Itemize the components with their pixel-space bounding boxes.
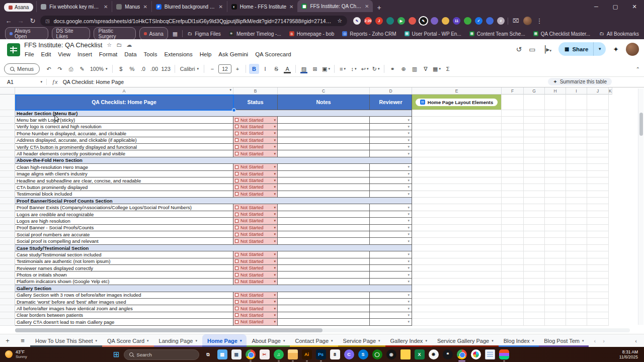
empty-cell[interactable]: [566, 272, 587, 278]
browser-tab-4[interactable]: ◐Home - FFS Institute✕: [227, 1, 298, 12]
status-dropdown-cell[interactable]: Not Started▾: [233, 130, 278, 137]
tab-close-icon[interactable]: ✕: [143, 4, 147, 10]
dropdown-arrow-icon[interactable]: ▾: [283, 339, 285, 343]
empty-cell[interactable]: [524, 225, 545, 231]
notes-cell[interactable]: [278, 225, 370, 231]
dropdown-arrow-icon[interactable]: ▾: [240, 339, 242, 343]
dropdown-arrow-icon[interactable]: ▾: [408, 125, 410, 129]
dropdown-arrow-icon[interactable]: ▾: [274, 313, 276, 317]
empty-cell[interactable]: [566, 164, 587, 170]
reviewer-dropdown-cell[interactable]: ▾: [370, 211, 412, 218]
reviewer-dropdown-cell[interactable]: ▾: [370, 305, 412, 312]
functions-button[interactable]: Σ: [443, 64, 453, 74]
star-icon[interactable]: ☆: [107, 42, 112, 48]
collapse-toolbar-icon[interactable]: ⌃: [636, 66, 640, 72]
checklist-item-cell[interactable]: Headline and subheadline are clear, conc…: [15, 177, 233, 184]
empty-cell[interactable]: [524, 157, 545, 164]
empty-cell[interactable]: [587, 164, 609, 170]
all-bookmarks-button[interactable]: 🗀 All Bookmarks: [599, 31, 639, 37]
notes-cell[interactable]: [278, 305, 370, 312]
empty-cell[interactable]: [587, 117, 609, 123]
row-header-16[interactable]: [0, 204, 15, 211]
play-extension-icon[interactable]: ▶: [397, 17, 405, 25]
address-bar[interactable]: ◳ docs.google.com/spreadsheets/d/1oHkCTS…: [40, 16, 347, 26]
dropdown-arrow-icon[interactable]: ▾: [408, 206, 410, 210]
empty-cell[interactable]: [502, 279, 524, 285]
empty-cell[interactable]: [566, 110, 587, 117]
empty-cell[interactable]: [545, 171, 566, 177]
row-header-28[interactable]: [0, 285, 15, 292]
empty-cell[interactable]: [587, 157, 609, 164]
empty-cell[interactable]: [587, 305, 609, 312]
empty-cell[interactable]: [587, 110, 609, 117]
checklist-item-cell[interactable]: Gallery CTA doesn't lead to main Gallery…: [15, 319, 233, 325]
empty-cell[interactable]: [566, 312, 587, 319]
dropdown-arrow-icon[interactable]: ▾: [274, 118, 276, 122]
status-checkbox-icon[interactable]: [235, 219, 238, 223]
status-checkbox-icon[interactable]: [235, 172, 238, 175]
strikethrough-button[interactable]: S: [271, 64, 281, 74]
empty-cell[interactable]: [524, 204, 545, 211]
empty-cell[interactable]: [545, 191, 566, 198]
notes-cell[interactable]: [278, 218, 370, 224]
empty-cell[interactable]: [566, 305, 587, 312]
row-header-12[interactable]: [0, 177, 15, 184]
dropdown-arrow-icon[interactable]: ▾: [274, 131, 276, 135]
dropdown-arrow-icon[interactable]: ▾: [274, 259, 276, 263]
empty-cell[interactable]: [502, 299, 524, 305]
empty-cell[interactable]: [566, 184, 587, 191]
minimize-button[interactable]: ─: [587, 0, 606, 14]
empty-cell[interactable]: [412, 285, 502, 292]
twitch-icon[interactable]: ❝: [443, 349, 453, 359]
empty-cell[interactable]: [566, 299, 587, 305]
reviewer-dropdown-cell[interactable]: ▾: [370, 130, 412, 137]
status-dropdown-cell[interactable]: Not Started▾: [233, 218, 278, 224]
status-dropdown-cell[interactable]: Not Started▾: [233, 258, 278, 265]
empty-cell[interactable]: [587, 292, 609, 299]
empty-cell[interactable]: [524, 258, 545, 265]
empty-cell[interactable]: [566, 251, 587, 258]
empty-cell[interactable]: [545, 231, 566, 238]
notes-cell[interactable]: [278, 292, 370, 299]
checklist-item-cell[interactable]: Verify CTA button is prominently display…: [15, 144, 233, 150]
status-checkbox-icon[interactable]: [235, 307, 238, 310]
dropdown-arrow-icon[interactable]: ▾: [408, 165, 410, 169]
create-filter-button[interactable]: ∇: [421, 64, 431, 74]
empty-cell[interactable]: [524, 150, 545, 157]
bookmark-item[interactable]: ▦User Portal - WP En...: [405, 31, 461, 37]
reviewer-dropdown-cell[interactable]: ▾: [370, 177, 412, 184]
reviewer-dropdown-cell[interactable]: ▾: [370, 299, 412, 305]
empty-cell[interactable]: [502, 231, 524, 238]
dropdown-arrow-icon[interactable]: ▾: [408, 232, 410, 236]
empty-cell[interactable]: [502, 238, 524, 244]
reviewer-dropdown-cell[interactable]: ▾: [370, 117, 412, 123]
column-header-H[interactable]: H: [545, 87, 566, 95]
dropdown-arrow-icon[interactable]: ▾: [408, 152, 410, 156]
redo-button[interactable]: ↷: [55, 64, 65, 74]
empty-cell[interactable]: [412, 110, 502, 117]
empty-cell[interactable]: [502, 251, 524, 258]
empty-cell[interactable]: [566, 95, 587, 110]
dropdown-arrow-icon[interactable]: ▾: [274, 192, 276, 196]
empty-cell[interactable]: [545, 245, 566, 251]
status-dropdown-cell[interactable]: Not Started▾: [233, 265, 278, 272]
xbox-icon[interactable]: ◯: [372, 349, 382, 359]
dropdown-arrow-icon[interactable]: ▾: [274, 300, 276, 304]
horizontal-scrollbar-thumb[interactable]: [15, 328, 323, 332]
bookmark-item[interactable]: ▦QA Checklist Master...: [533, 31, 590, 37]
dropdown-arrow-icon[interactable]: ▾: [274, 252, 276, 256]
empty-cell[interactable]: [502, 150, 524, 157]
empty-cell[interactable]: [545, 110, 566, 117]
bookmark-item[interactable]: 🗀Figma Files: [187, 31, 221, 37]
sheet-tab-home-page[interactable]: Home Page▾: [202, 334, 247, 347]
smart-chip-link[interactable]: Home Page Layout Elements: [416, 99, 498, 106]
column-filter-icon[interactable]: ▾: [229, 88, 231, 92]
column-header-D[interactable]: D: [370, 87, 412, 95]
status-checkbox-icon[interactable]: [235, 179, 238, 183]
all-sheets-button[interactable]: ≡: [15, 334, 30, 347]
row-header-10[interactable]: [0, 164, 15, 170]
fill-color-button[interactable]: ▨: [299, 64, 309, 74]
empty-cell[interactable]: [587, 272, 609, 278]
empty-cell[interactable]: [524, 124, 545, 130]
status-dropdown-cell[interactable]: Not Started▾: [233, 279, 278, 285]
